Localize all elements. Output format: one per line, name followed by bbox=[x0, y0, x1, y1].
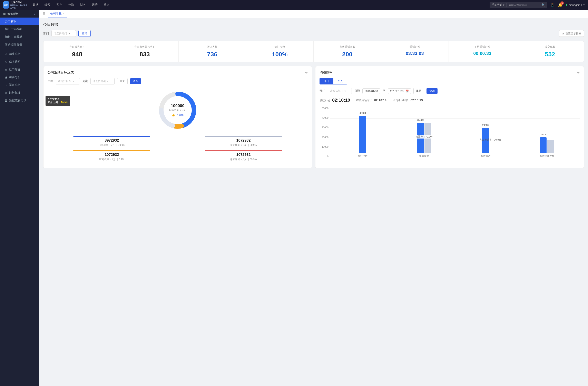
sidebar-item-company-board[interactable]: 公司看板 bbox=[0, 18, 39, 25]
comm-date-from[interactable]: 2018/01/08 bbox=[362, 88, 380, 94]
tooltip-percent-row: 所占比例： 70.9% bbox=[48, 101, 68, 104]
tab-company-board[interactable]: 公司看板 ✕ bbox=[48, 10, 67, 18]
metric-label: 今日首咨客户 bbox=[47, 45, 108, 49]
nav-customers[interactable]: 客户 bbox=[54, 2, 65, 8]
bar-group-inner: 35000 接通率：70.9% bbox=[417, 110, 431, 153]
today-data-title: 今日数据 bbox=[43, 22, 584, 27]
donut-center-value: 100000 bbox=[169, 103, 186, 108]
bar-group-dial: 43000 拨打次数 bbox=[332, 110, 393, 158]
nav-finance[interactable]: 财务 bbox=[77, 2, 89, 8]
search-type-dropdown[interactable]: 手机号码 ▾ bbox=[490, 3, 507, 7]
donut-achieved-label: 👍 已达成 bbox=[169, 113, 186, 117]
comm-panel-header: 沟通效率 ⟳ bbox=[319, 70, 580, 75]
tablet-icon[interactable]: 📱 bbox=[550, 3, 555, 7]
goal-panel-title: 公司业绩目标达成 bbox=[48, 70, 74, 75]
bar-wrapper: 43000 bbox=[359, 116, 366, 153]
comm-date-to[interactable]: 2018/01/08 📅 bbox=[388, 88, 411, 94]
user-info[interactable]: manager11 ▾ bbox=[566, 3, 585, 6]
bars-container: 43000 拨打次数 35000 bbox=[330, 107, 580, 158]
sidebar-item-customer-board[interactable]: 客户经理看板 bbox=[0, 41, 39, 49]
bar-wrapper bbox=[547, 140, 554, 153]
nav-enrollment[interactable]: 报名 bbox=[101, 2, 112, 8]
select-chevron-icon: ▾ bbox=[107, 80, 109, 83]
metric-return-visits: 回访人数 736 bbox=[179, 41, 246, 62]
bar-value-label: 35000 bbox=[417, 119, 424, 121]
metric-bar-exceeded bbox=[205, 150, 282, 151]
goal-panel: 公司业绩目标达成 ⟳ 目标 请选择目标 ▾ 周期 请选择周期 ▾ 重置 查询 bbox=[43, 66, 312, 168]
bar-group-inner: 29000 有效接通率：70.9% bbox=[482, 110, 489, 153]
sidebar-item-cost[interactable]: ◎ 成本分析 bbox=[0, 58, 39, 66]
tab-toggle-button[interactable]: ☰ bbox=[42, 12, 45, 16]
sidebar-item-promo-board[interactable]: 推广主管看板 bbox=[0, 25, 39, 33]
comm-tab-dept[interactable]: 部门 bbox=[319, 78, 333, 84]
sidebar-item-data-flow[interactable]: ☰ 数据流转记录 bbox=[0, 97, 39, 104]
sidebar-item-label: 公司看板 bbox=[5, 19, 16, 23]
bar-group-connected: 35000 接通率：70.9% 接通次数 bbox=[393, 110, 455, 158]
notification-icon[interactable]: 🔔 5 bbox=[558, 3, 563, 7]
nav-data[interactable]: 数据 bbox=[30, 2, 41, 8]
comm-query-button[interactable]: 查询 bbox=[426, 88, 438, 94]
goal-metric-completed: 8972932 已完成量（元）｜70.9% bbox=[48, 136, 176, 147]
calendar-icon: 📅 bbox=[405, 90, 409, 93]
filter-left: 部门 请选择部门 ▾ 查询 bbox=[43, 30, 91, 37]
bar-value-label: 18000 bbox=[540, 133, 546, 136]
logo: 云朵 云朵CRM 教育机构·一站式服务云平台 bbox=[3, 0, 28, 9]
search-button[interactable]: 🔍 bbox=[539, 2, 547, 8]
bar-eff-conn-gray bbox=[547, 140, 554, 153]
chart-area: 43000 拨打次数 35000 bbox=[330, 107, 580, 164]
comm-stat-call-duration: 通话时长 02:10:19 bbox=[319, 97, 350, 103]
goal-controls: 目标 请选择目标 ▾ 周期 请选择周期 ▾ 重置 查询 bbox=[48, 78, 308, 84]
today-query-button[interactable]: 查询 bbox=[78, 30, 91, 37]
content-area: 今日数据 部门 请选择部门 ▾ 查询 ⚙ 设置显示指标 今日首咨客户 948 bbox=[39, 18, 588, 173]
sidebar-item-funnel[interactable]: ⊿ 漏斗分析 bbox=[0, 50, 39, 58]
flow-icon: ☰ bbox=[5, 99, 8, 102]
bar-group-label: 有效接通次数 bbox=[540, 154, 554, 158]
sidebar-item-sales-analysis[interactable]: ◇ 销售分析 bbox=[0, 89, 39, 97]
goal-metric-incomplete: 1072932 未完成量（元）｜20.9% bbox=[179, 136, 308, 147]
settings-button[interactable]: ⚙ 设置显示指标 bbox=[559, 30, 584, 37]
donut-tooltip: 1072932 所占比例： 70.9% bbox=[45, 96, 70, 106]
metric-label: 平均通话时长 bbox=[452, 45, 513, 49]
tab-close-button[interactable]: ✕ bbox=[63, 12, 65, 15]
sidebar-item-label: 推广主管看板 bbox=[5, 27, 22, 31]
dept-filter-label: 部门 bbox=[43, 32, 49, 35]
nav-leads[interactable]: 线索 bbox=[42, 2, 53, 8]
period-select[interactable]: 请选择周期 ▾ bbox=[90, 78, 115, 84]
tooltip-percent: 70.9% bbox=[61, 101, 68, 104]
sidebar-item-promo-analysis[interactable]: ◈ 推广分析 bbox=[0, 66, 39, 74]
goal-reset-button[interactable]: 重置 bbox=[117, 78, 127, 84]
metric-label: 回访人数 bbox=[182, 45, 243, 49]
nav-operations[interactable]: 运营 bbox=[89, 2, 101, 8]
metric-value: 833 bbox=[114, 51, 175, 58]
comm-reset-button[interactable]: 重置 bbox=[413, 88, 424, 94]
sidebar-item-visitor[interactable]: ◉ 访客分析 bbox=[0, 74, 39, 81]
gm-label: 超额完成（元）｜89.9% bbox=[179, 158, 308, 161]
nav-public-sea[interactable]: 公海 bbox=[65, 2, 77, 8]
comm-tabs: 部门 个人 bbox=[319, 78, 580, 84]
sidebar-item-sales-board[interactable]: 销售主管看板 bbox=[0, 33, 39, 41]
metric-value: 200 bbox=[317, 51, 378, 58]
goal-query-button[interactable]: 查询 bbox=[130, 78, 141, 84]
bar-group-inner: 18000 bbox=[540, 110, 554, 153]
two-panels: 公司业绩目标达成 ⟳ 目标 请选择目标 ▾ 周期 请选择周期 ▾ 重置 查询 bbox=[43, 66, 584, 168]
comm-stat-effective-duration: 有效通话时长 02:10:19 bbox=[356, 98, 386, 102]
sidebar-section-header[interactable]: ⊞ 数据看板 ∧ bbox=[0, 10, 39, 18]
goal-select[interactable]: 请选择目标 ▾ bbox=[56, 78, 80, 84]
comm-refresh-icon[interactable]: ⟳ bbox=[577, 71, 580, 74]
comm-dept-select[interactable]: 请选择部门 ▾ bbox=[328, 88, 352, 94]
bar-chart: 50000 40000 30000 20000 10000 0 bbox=[319, 107, 580, 164]
metric-label: 拨打次数 bbox=[249, 45, 310, 49]
goal-refresh-icon[interactable]: ⟳ bbox=[305, 71, 308, 74]
dashboard-icon: ⊞ bbox=[3, 12, 6, 16]
goal-panel-header: 公司业绩目标达成 ⟳ bbox=[48, 70, 308, 75]
goal-metrics-grid: 8972932 已完成量（元）｜70.9% 1072932 未完成量（元）｜20… bbox=[48, 136, 308, 161]
bar-group-effective-connected: 18000 有效接通次数 bbox=[516, 110, 578, 158]
channel-icon: ✦ bbox=[5, 83, 7, 87]
gm-label: 已完成量（元）｜70.9% bbox=[48, 143, 176, 147]
nav-right: 手机号码 ▾ 🔍 📱 🔔 5 manager11 ▾ bbox=[490, 2, 585, 8]
comm-tab-individual[interactable]: 个人 bbox=[333, 78, 347, 84]
metric-value: 100% bbox=[249, 51, 310, 58]
dept-select[interactable]: 请选择部门 ▾ bbox=[51, 30, 76, 37]
sidebar-item-channel[interactable]: ✦ 渠道分析 bbox=[0, 81, 39, 89]
search-input[interactable] bbox=[507, 3, 539, 6]
